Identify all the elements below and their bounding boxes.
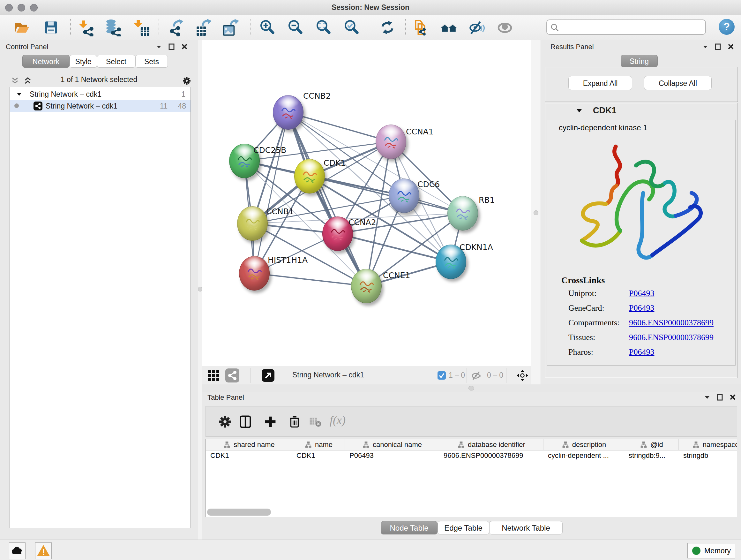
divider-handle[interactable] (198, 287, 203, 292)
network-collection-row[interactable]: String Network – cdk1 1 (10, 89, 191, 100)
table-cell[interactable]: stringdb (679, 450, 737, 461)
memory-button[interactable]: Memory (687, 543, 735, 558)
panel-divider[interactable] (198, 40, 202, 540)
import-network-from-database-icon[interactable] (104, 18, 122, 37)
create-column-plus-icon[interactable] (262, 414, 279, 430)
search-input[interactable] (562, 21, 703, 34)
column-header-description[interactable]: description (543, 439, 624, 450)
tab-string[interactable]: String (621, 55, 658, 67)
tab-style[interactable]: Style (70, 55, 97, 68)
panel-divider[interactable] (531, 40, 541, 384)
network-node-CDC6[interactable] (389, 179, 419, 213)
network-node-RB1[interactable] (448, 196, 478, 231)
crosslink-link[interactable]: 9606.ENSP00000378699 (629, 318, 714, 327)
crosslink-link[interactable]: P06493 (629, 303, 654, 313)
column-header-namespace[interactable]: namespace (679, 439, 737, 450)
tab-sets[interactable]: Sets (135, 55, 168, 68)
panel-close-icon[interactable] (181, 43, 188, 51)
hide-results-eye-icon[interactable] (468, 18, 486, 37)
tab-network-table[interactable]: Network Table (489, 521, 562, 535)
column-header--id[interactable]: @id (624, 439, 679, 450)
share-network-icon[interactable] (225, 368, 239, 382)
table-cell[interactable]: cyclin-dependent ... (543, 450, 624, 461)
table-cell[interactable]: CDK1 (206, 450, 292, 461)
crosslink-row: Pharos:P06493 (547, 348, 735, 362)
column-header-canonical-name[interactable]: canonical name (345, 439, 439, 450)
panel-collapse-icon[interactable] (701, 43, 709, 51)
crosslink-label: Compartments: (568, 318, 619, 327)
birds-eye-grid-icon[interactable] (207, 369, 221, 382)
column-header-shared-name[interactable]: shared name (206, 439, 292, 450)
pan-crosshair-icon[interactable] (516, 369, 529, 382)
help-icon[interactable]: ? (719, 19, 735, 35)
show-columns-icon[interactable] (237, 414, 254, 430)
network-canvas[interactable]: CCNB2CCNA1CDC25BCDK1CDC6RB1CCNB1CCNA2CDK… (202, 40, 531, 366)
show-results-eye-icon[interactable] (496, 18, 514, 37)
table-cell[interactable]: 9606.ENSP00000378699 (439, 450, 543, 461)
panel-collapse-icon[interactable] (155, 43, 163, 51)
toolbar-search-field[interactable] (546, 19, 706, 35)
expand-all-button[interactable]: Expand All (568, 76, 632, 90)
network-row-selected[interactable]: String Network – cdk1 11 48 (10, 100, 191, 112)
divider-handle[interactable] (534, 210, 538, 215)
crosslink-label: GeneCard: (568, 303, 604, 313)
panel-collapse-icon[interactable] (703, 393, 711, 401)
column-header-database-identifier[interactable]: database identifier (439, 439, 543, 450)
tab-network[interactable]: Network (22, 55, 70, 68)
tab-select[interactable]: Select (97, 55, 135, 68)
horizontal-divider[interactable] (202, 384, 741, 392)
warning-status-button[interactable] (35, 543, 52, 559)
network-node-CCNB2[interactable] (273, 95, 304, 130)
home-icon[interactable] (440, 18, 458, 37)
network-node-CCNB1[interactable] (237, 206, 268, 241)
export-network-icon[interactable] (168, 18, 186, 37)
tab-edge-table[interactable]: Edge Table (437, 521, 489, 535)
protein-section-header[interactable]: CDK1 (545, 103, 738, 118)
save-session-icon[interactable] (42, 18, 60, 37)
import-table-icon[interactable] (133, 18, 151, 37)
section-caret-icon[interactable] (576, 107, 583, 115)
table-cell[interactable]: CDK1 (292, 450, 345, 461)
panel-float-icon[interactable] (714, 43, 722, 51)
crosslink-link[interactable]: 9606.ENSP00000378699 (629, 333, 714, 342)
network-node-CCNA1[interactable] (376, 125, 406, 159)
open-in-window-icon[interactable] (262, 369, 274, 382)
column-header-name[interactable]: name (292, 439, 345, 450)
panel-close-icon[interactable] (727, 43, 735, 51)
network-selection-bar: 1 of 1 Network selected (0, 75, 198, 86)
zoom-selected-icon[interactable] (343, 18, 360, 37)
selected-checkbox-icon[interactable] (437, 371, 446, 380)
panel-close-icon[interactable] (729, 393, 737, 401)
crosslink-link[interactable]: P06493 (629, 348, 654, 357)
network-node-CDK1[interactable] (294, 159, 325, 193)
zoom-fit-icon[interactable] (315, 18, 333, 37)
export-image-icon[interactable] (221, 18, 239, 37)
divider-handle[interactable] (468, 386, 474, 390)
function-builder-icon[interactable]: f(x) (330, 414, 346, 427)
clear-table-icon[interactable] (307, 414, 324, 430)
table-h-scrollbar[interactable] (207, 509, 736, 516)
export-table-icon[interactable] (195, 18, 212, 37)
delete-column-trash-icon[interactable] (286, 414, 303, 430)
crosslink-link[interactable]: P06493 (629, 289, 654, 298)
table-row[interactable]: CDK1CDK1P064939606.ENSP00000378699cyclin… (206, 450, 737, 461)
table-settings-gear-icon[interactable] (217, 414, 233, 430)
scrollbar-thumb[interactable] (207, 509, 271, 516)
open-session-icon[interactable] (13, 18, 30, 37)
gear-icon[interactable] (181, 75, 189, 83)
panel-float-icon[interactable] (716, 393, 724, 401)
table-cell[interactable]: stringdb:9... (624, 450, 679, 461)
zoom-in-icon[interactable] (259, 18, 276, 37)
network-node-CCNE1[interactable] (351, 269, 382, 303)
tab-node-table[interactable]: Node Table (381, 521, 437, 535)
network-node-HIST1H1A[interactable] (239, 256, 270, 291)
panel-float-icon[interactable] (168, 43, 176, 51)
zoom-out-icon[interactable] (286, 18, 305, 37)
tree-caret-icon[interactable] (16, 91, 23, 98)
string-document-icon[interactable] (413, 18, 431, 37)
import-network-icon[interactable] (78, 18, 96, 37)
refresh-icon[interactable] (379, 18, 396, 37)
collapse-all-button[interactable]: Collapse All (644, 76, 712, 90)
table-cell[interactable]: P06493 (345, 450, 439, 461)
cloud-status-button[interactable] (9, 543, 25, 559)
